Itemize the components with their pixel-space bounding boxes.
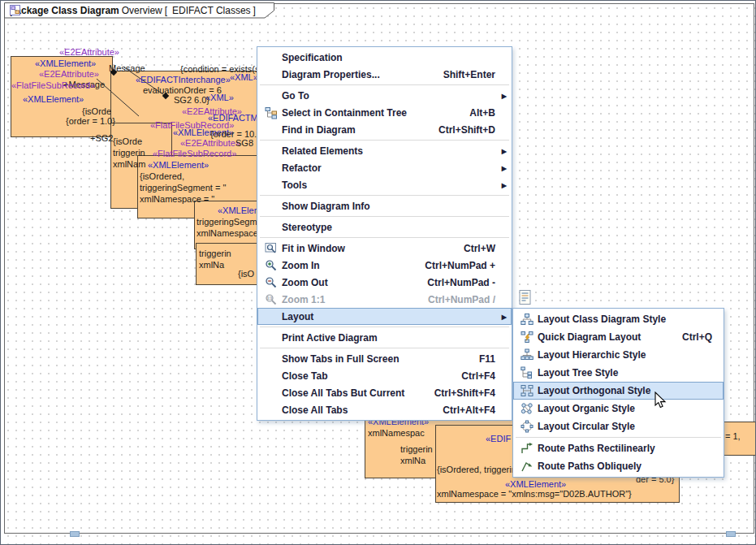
submenu-arrow-icon: ▶ [502,313,507,320]
layout-submenu-item-quick-diagram-layout[interactable]: Quick Diagram LayoutCtrl+Q [513,328,724,346]
context-menu-item-zoom-in[interactable]: Zoom InCtrl+NumPad + [257,257,512,274]
diagram-text-fragment: xmlNamespac [368,428,425,438]
frame-tab-title: package Class Diagram [10,5,119,16]
menu-icon-spacer [261,179,282,192]
layout-submenu-item-route-paths-rectilinearly[interactable]: Route Paths Rectilinearly [513,439,724,457]
menu-item-shortcut: Ctrl+W [444,243,495,254]
layout-submenu-item-layout-organic-style[interactable]: Layout Organic Style [513,400,724,417]
diagram-text-fragment: «EDIFACTInterchange» [136,75,231,84]
menu-item-label: Related Elements [282,145,363,157]
menu-item-shortcut: Ctrl+NumPad - [408,277,495,288]
diagram-text-fragment: {isOrdered, [140,171,184,181]
menu-item-label: Close All Tabs But Current [282,387,404,399]
context-menu-item-go-to[interactable]: Go To▶ [257,87,512,104]
context-menu-item-zoom-out[interactable]: Zoom OutCtrl+NumPad - [257,274,512,291]
diagram-text-fragment: «XMLElement» [23,94,84,104]
layout-organic-icon [516,402,538,415]
context-menu-item-select-in-containment-tree[interactable]: Select in Containment TreeAlt+B [257,104,512,121]
context-menu-item-close-all-tabs[interactable]: Close All TabsCtrl+Alt+F4 [257,401,512,418]
menu-item-label: Fit in Window [282,243,345,254]
menu-item-label: Go To [282,90,309,102]
menu-separator [260,140,509,141]
menu-item-shortcut: Alt+B [450,107,495,119]
menu-icon-spacer [261,387,282,400]
menu-item-shortcut: F11 [460,353,495,365]
layout-submenu: Layout Class Diagram StyleQuick Diagram … [512,308,724,478]
layout-quick-icon [516,331,538,344]
layout-submenu-item-layout-orthogonal-style[interactable]: Layout Orthogonal Style [513,382,724,400]
diagram-text-fragment: «E2EAttribute» [59,47,119,57]
submenu-arrow-icon: ▶ [502,147,507,154]
diagram-text-fragment: xmlNam [113,159,145,169]
menu-icon-spacer [261,145,282,158]
layout-submenu-item-layout-hierarchic-style[interactable]: Layout Hierarchic Style [513,346,724,364]
menu-item-label: Specification [282,52,343,63]
context-menu-item-show-diagram-info[interactable]: Show Diagram Info [257,197,512,214]
context-menu-item-fit-in-window[interactable]: Fit in WindowCtrl+W [257,240,512,257]
menu-item-label: Select in Containment Tree [282,107,407,119]
diagram-text-fragment: Message [109,63,145,73]
menu-item-label: Find in Diagram [282,124,356,136]
layout-class-icon [516,313,538,326]
route-rectilinear-icon [516,442,538,455]
menu-icon-spacer [261,221,282,234]
menu-item-label: Route Paths Rectilinearly [538,443,655,454]
diagram-text-fragment: {isOrde [82,106,111,116]
diagram-text-fragment: xmlNamespace = " [140,194,214,204]
layout-submenu-item-layout-tree-style[interactable]: Layout Tree Style [513,364,724,382]
menu-item-label: Layout Class Diagram Style [538,314,666,325]
context-menu-item-tools[interactable]: Tools▶ [257,176,512,193]
frame-tab-context-name: EDIFACT Classes [172,5,250,16]
diagram-text-fragment: xmlNamespace = "xmlns:msg="D02B.AUTHOR"} [437,489,632,499]
menu-item-label: Layout [282,311,313,322]
diagram-text-fragment: {isO [238,269,254,279]
diagram-text-fragment: xmlNa [400,456,426,465]
menu-separator [260,216,509,217]
diagram-text-fragment: «E2EAttribute» [180,138,240,148]
menu-item-label: Layout Hierarchic Style [538,349,646,361]
menu-item-shortcut: Ctrl+Alt+F4 [423,404,495,416]
diagram-text-fragment: «XMLElement» [35,58,96,68]
svg-text:1:1: 1:1 [266,296,272,301]
diagram-text-fragment: «EDIF [486,434,511,443]
context-menu-item-show-tabs-in-full-screen[interactable]: Show Tabs in Full ScreenF11 [257,350,512,367]
context-menu-item-layout[interactable]: Layout▶ [257,308,512,325]
layout-tree-icon [516,366,538,379]
layout-submenu-item-route-paths-obliquely[interactable]: Route Paths Obliquely [513,457,724,475]
diagram-text-fragment: {isOrde [113,136,142,146]
menu-icon-spacer [261,123,282,136]
menu-item-label: Quick Diagram Layout [538,331,641,343]
menu-item-label: Zoom In [282,260,320,271]
menu-icon-spacer [261,310,282,323]
menu-item-label: Zoom Out [282,277,328,288]
note-icon[interactable] [517,289,534,309]
context-menu-item-specification[interactable]: Specification [257,49,512,66]
submenu-arrow-icon: ▶ [502,164,507,171]
frame-tab-bracket-close: ] [253,5,256,16]
frame-tab-diagram-name: Overview [122,5,162,16]
containment-tree-icon [261,106,282,119]
menu-item-label: Show Tabs in Full Screen [282,353,399,365]
context-menu-item-stereotype[interactable]: Stereotype [257,218,512,236]
menu-item-label: Route Paths Obliquely [538,461,642,472]
menu-icon-spacer [261,353,282,365]
context-menu-item-refactor[interactable]: Refactor▶ [257,159,512,176]
diagram-text-fragment: triggerin [400,444,433,454]
layout-submenu-item-layout-circular-style[interactable]: Layout Circular Style [513,417,724,435]
context-menu-item-close-all-tabs-but-current[interactable]: Close All Tabs But CurrentCtrl+Shift+F4 [257,384,512,401]
menu-separator [260,84,509,85]
diagram-frame-tab[interactable]: package Class Diagram Overview [ EDIFACT… [4,2,275,19]
menu-item-label: Close Tab [282,370,327,382]
layout-submenu-item-layout-class-diagram-style[interactable]: Layout Class Diagram Style [513,310,724,328]
diagram-text-fragment: «FlatFileSubRecord» [11,80,95,90]
menu-item-label: Tools [282,180,307,191]
context-menu-item-diagram-properties[interactable]: Diagram Properties...Shift+Enter [257,66,512,83]
context-menu-item-find-in-diagram[interactable]: Find in DiagramCtrl+Shift+D [257,121,512,138]
menu-item-shortcut: Ctrl+Q [663,331,712,343]
context-menu-item-close-tab[interactable]: Close TabCtrl+F4 [257,367,512,384]
context-menu-item-related-elements[interactable]: Related Elements▶ [257,142,512,159]
diagram-text-fragment: SG2 6.0} [174,95,210,105]
menu-item-shortcut: Ctrl+F4 [442,370,495,382]
menu-icon-spacer [261,200,282,213]
context-menu-item-print-active-diagram[interactable]: Print Active Diagram [257,329,512,346]
